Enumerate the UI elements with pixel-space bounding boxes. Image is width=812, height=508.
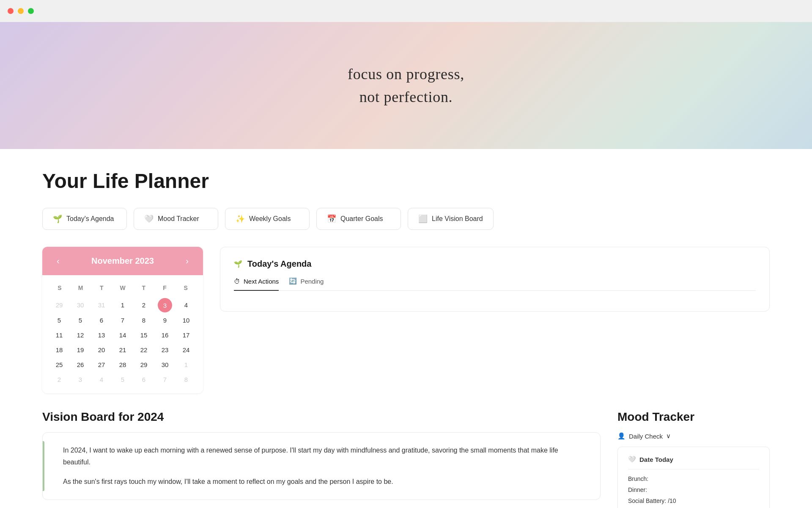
calendar-prev-button[interactable]: ‹ (52, 254, 64, 268)
cal-day[interactable]: 22 (134, 343, 154, 357)
cal-day[interactable]: 23 (155, 343, 175, 357)
cal-day[interactable]: 18 (49, 343, 69, 357)
vision-card: In 2024, I want to wake up each morning … (42, 432, 601, 500)
weekday-mon: M (70, 282, 91, 294)
cal-day[interactable]: 5 (112, 373, 133, 387)
cal-day[interactable]: 2 (49, 373, 69, 387)
mood-field-social: Social Battery: /10 (628, 497, 759, 504)
nav-pill-vision[interactable]: ⬜ Life Vision Board (408, 208, 494, 230)
cal-day[interactable]: 16 (155, 328, 175, 342)
pending-label: Pending (300, 278, 324, 285)
main-content: Your Life Planner 🌱 Today's Agenda 🤍 Moo… (0, 149, 812, 508)
page-title: Your Life Planner (42, 169, 770, 193)
cal-day[interactable]: 19 (70, 343, 91, 357)
cal-day[interactable]: 31 (91, 298, 112, 312)
minimize-button[interactable] (18, 8, 24, 14)
cal-day-today[interactable]: 3 (158, 298, 172, 312)
cal-day[interactable]: 6 (91, 313, 112, 327)
cal-day[interactable]: 8 (134, 313, 154, 327)
next-actions-label: Next Actions (244, 278, 279, 285)
cal-day[interactable]: 2 (134, 298, 154, 312)
weekly-icon: ✨ (236, 214, 245, 224)
nav-pill-quarter[interactable]: 📅 Quarter Goals (316, 208, 401, 230)
cal-day[interactable]: 25 (49, 358, 69, 372)
chevron-down-icon: ∨ (666, 432, 671, 440)
calendar-days: 29 30 31 1 2 3 4 5 5 6 7 8 9 10 11 (49, 298, 196, 387)
cal-day[interactable]: 21 (112, 343, 133, 357)
vision-board-title: Vision Board for 2024 (42, 410, 601, 424)
cal-day[interactable]: 7 (112, 313, 133, 327)
cal-day[interactable]: 4 (91, 373, 112, 387)
cal-day[interactable]: 1 (176, 358, 196, 372)
nav-pill-mood[interactable]: 🤍 Mood Tracker (134, 208, 218, 230)
cal-day[interactable]: 14 (112, 328, 133, 342)
cal-day[interactable]: 26 (70, 358, 91, 372)
agenda-panel: 🌱 Today's Agenda ⏱ Next Actions 🔄 Pendin… (220, 247, 770, 312)
mood-tracker-title: Mood Tracker (617, 410, 770, 424)
quarter-pill-label: Quarter Goals (340, 215, 383, 223)
mood-date-label: Date Today (639, 456, 673, 463)
calendar-weekdays: S M T W T F S (49, 282, 196, 294)
cal-day[interactable]: 20 (91, 343, 112, 357)
cal-day[interactable]: 30 (155, 358, 175, 372)
cal-day[interactable]: 11 (49, 328, 69, 342)
calendar-month: November 2023 (91, 256, 154, 266)
calendar-body: S M T W T F S 29 30 31 1 2 3 4 (42, 275, 203, 393)
cal-day[interactable]: 1 (112, 298, 133, 312)
weekday-sat: S (175, 282, 196, 294)
cal-day[interactable]: 6 (134, 373, 154, 387)
nav-pills: 🌱 Today's Agenda 🤍 Mood Tracker ✨ Weekly… (42, 208, 770, 230)
cal-day[interactable]: 13 (91, 328, 112, 342)
vision-section: Vision Board for 2024 In 2024, I want to… (42, 410, 601, 500)
next-actions-icon: ⏱ (234, 278, 240, 285)
calendar-widget: ‹ November 2023 › S M T W T F S 29 30 (42, 247, 203, 393)
cal-day[interactable]: 10 (176, 313, 196, 327)
cal-day[interactable]: 15 (134, 328, 154, 342)
cal-day[interactable]: 7 (155, 373, 175, 387)
mood-icon: 🤍 (144, 214, 154, 224)
cal-day[interactable]: 8 (176, 373, 196, 387)
cal-day[interactable]: 29 (134, 358, 154, 372)
heart-icon: 🤍 (628, 456, 636, 463)
cal-day[interactable]: 30 (70, 298, 91, 312)
cal-day[interactable]: 3 (70, 373, 91, 387)
agenda-panel-title: Today's Agenda (247, 259, 311, 269)
close-button[interactable] (8, 8, 14, 14)
vision-pill-label: Life Vision Board (432, 215, 483, 223)
daily-check-label: Daily Check (629, 433, 663, 440)
agenda-panel-icon: 🌱 (234, 260, 242, 268)
weekly-pill-label: Weekly Goals (249, 215, 291, 223)
hero-quote: focus on progress, not perfection. (348, 63, 464, 108)
nav-pill-agenda[interactable]: 🌱 Today's Agenda (42, 208, 127, 230)
cal-day[interactable]: 29 (49, 298, 69, 312)
cal-day[interactable]: 28 (112, 358, 133, 372)
cal-day[interactable]: 5 (70, 313, 91, 327)
weekday-thu: T (133, 282, 154, 294)
cal-day[interactable]: 9 (155, 313, 175, 327)
nav-pill-weekly[interactable]: ✨ Weekly Goals (225, 208, 310, 230)
social-label: Social Battery: /10 (628, 497, 676, 504)
cal-day[interactable]: 12 (70, 328, 91, 342)
calendar-next-button[interactable]: › (181, 254, 193, 268)
top-columns: ‹ November 2023 › S M T W T F S 29 30 (42, 247, 770, 393)
tab-next-actions[interactable]: ⏱ Next Actions (234, 277, 279, 291)
cal-day[interactable]: 24 (176, 343, 196, 357)
tab-pending[interactable]: 🔄 Pending (289, 277, 324, 291)
cal-day[interactable]: 4 (176, 298, 196, 312)
cal-day[interactable]: 17 (176, 328, 196, 342)
quarter-icon: 📅 (327, 214, 336, 224)
cal-day[interactable]: 5 (49, 313, 69, 327)
cal-day[interactable]: 27 (91, 358, 112, 372)
vision-accent-bar (43, 441, 44, 491)
agenda-pill-label: Today's Agenda (66, 215, 114, 223)
mood-field-brunch: Brunch: (628, 475, 759, 482)
hero-quote-line1: focus on progress, (348, 63, 464, 86)
person-icon: 👤 (617, 432, 625, 440)
mood-section: Mood Tracker 👤 Daily Check ∨ 🤍 Date Toda… (617, 410, 770, 508)
daily-check-button[interactable]: 👤 Daily Check ∨ (617, 432, 770, 440)
mood-pill-label: Mood Tracker (158, 215, 199, 223)
agenda-icon: 🌱 (53, 214, 62, 224)
maximize-button[interactable] (28, 8, 34, 14)
mood-date-card: 🤍 Date Today Brunch: Dinner: Social Batt… (617, 447, 770, 508)
mood-fields: Brunch: Dinner: Social Battery: /10 Slee… (628, 475, 759, 508)
